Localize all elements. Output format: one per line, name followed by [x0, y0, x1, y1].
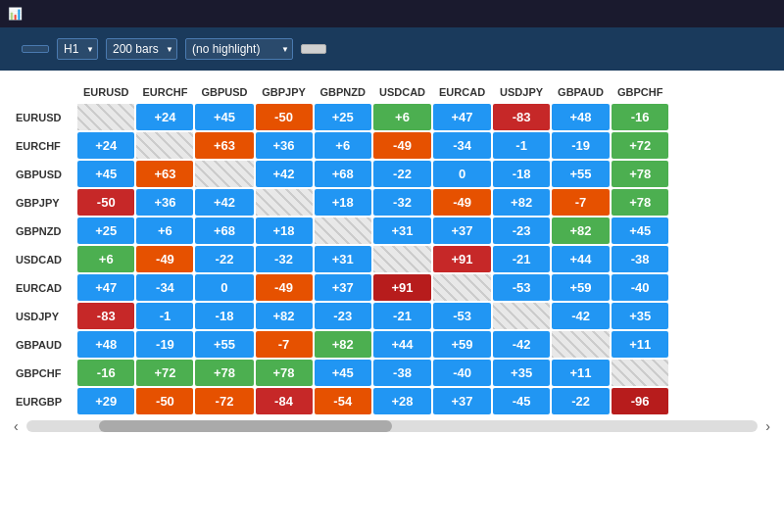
cell-usdcad-3: -32: [256, 246, 313, 272]
table-row: GBPUSD+45+63+42+68-220-18+55+78: [12, 161, 668, 187]
cell-gbpjpy-2: +42: [195, 189, 253, 216]
column-header-gbpusd: GBPUSD: [195, 82, 253, 102]
cell-usdcad-5: [373, 246, 431, 272]
table-row: EURCAD+47-340-49+37+91-53+59-40: [12, 274, 668, 301]
cell-eurchf-0: +24: [77, 132, 134, 159]
cell-eurusd-7: -83: [493, 104, 550, 130]
table-row: USDJPY-83-1-18+82-23-21-53-42+35: [12, 303, 668, 329]
cell-eurusd-2: +45: [195, 104, 253, 130]
timeframe-select[interactable]: H1: [57, 38, 98, 60]
app-icon: 📊: [8, 7, 23, 21]
cell-usdcad-0: +6: [77, 246, 134, 272]
cell-gbpjpy-5: -32: [373, 189, 431, 216]
cell-gbpusd-2: [195, 161, 253, 187]
cell-usdcad-8: +44: [552, 246, 610, 272]
scroll-track[interactable]: [26, 420, 759, 432]
cell-eurusd-1: +24: [136, 104, 193, 130]
matrix-container[interactable]: EURUSDEURCHFGBPUSDGBPJPYGBPNZDUSDCADEURC…: [10, 80, 774, 522]
cell-usdjpy-1: -1: [136, 303, 193, 329]
cell-gbpchf-5: -38: [373, 360, 431, 386]
cell-eurcad-4: +37: [315, 274, 371, 301]
cell-eurchf-7: -1: [493, 132, 550, 159]
settings-button[interactable]: [22, 45, 49, 53]
cell-gbpusd-9: +78: [612, 161, 668, 187]
table-row: USDCAD+6-49-22-32+31+91-21+44-38: [12, 246, 668, 272]
cell-eurchf-6: -34: [433, 132, 491, 159]
cell-gbpaud-7: -42: [493, 331, 550, 358]
cell-gbpjpy-9: +78: [612, 189, 668, 216]
toolbar: H1 200 bars (no highlight): [0, 27, 784, 71]
bars-select[interactable]: 200 bars: [106, 38, 177, 60]
cell-eurcad-2: 0: [195, 274, 253, 301]
column-header-eurchf: EURCHF: [136, 82, 193, 102]
cell-gbpchf-9: [612, 360, 668, 386]
cell-eurgbp-6: +37: [433, 388, 491, 414]
cell-gbpaud-0: +48: [77, 331, 134, 358]
table-row: GBPJPY-50+36+42+18-32-49+82-7+78: [12, 189, 668, 216]
cell-usdjpy-8: -42: [552, 303, 610, 329]
scroll-left-arrow[interactable]: ‹: [10, 418, 23, 434]
cell-usdjpy-7: [493, 303, 550, 329]
column-header-gbpnzd: GBPNZD: [315, 82, 371, 102]
cell-usdjpy-9: +35: [612, 303, 668, 329]
trade-list-button[interactable]: [301, 44, 326, 54]
cell-gbpchf-6: -40: [433, 360, 491, 386]
column-header-gbpaud: GBPAUD: [552, 82, 610, 102]
cell-usdcad-2: -22: [195, 246, 253, 272]
cell-gbpaud-1: -19: [136, 331, 193, 358]
cell-eurchf-8: -19: [552, 132, 610, 159]
cell-gbpusd-8: +55: [552, 161, 610, 187]
cell-gbpusd-0: +45: [77, 161, 134, 187]
cell-gbpaud-6: +59: [433, 331, 491, 358]
row-label-gbpusd: GBPUSD: [12, 161, 75, 187]
cell-gbpnzd-2: +68: [195, 218, 253, 244]
cell-gbpnzd-0: +25: [77, 218, 134, 244]
cell-gbpaud-5: +44: [373, 331, 431, 358]
cell-eurusd-8: +48: [552, 104, 610, 130]
cell-gbpusd-3: +42: [256, 161, 313, 187]
cell-eurusd-0: [77, 104, 134, 130]
cell-eurchf-1: [136, 132, 193, 159]
cell-usdcad-4: +31: [315, 246, 371, 272]
horizontal-scrollbar[interactable]: ‹ ›: [10, 416, 774, 436]
cell-gbpnzd-9: +45: [612, 218, 668, 244]
cell-gbpaud-2: +55: [195, 331, 253, 358]
cell-eurgbp-2: -72: [195, 388, 253, 414]
column-header-eurusd: EURUSD: [77, 82, 134, 102]
cell-usdjpy-6: -53: [433, 303, 491, 329]
highlight-select[interactable]: (no highlight): [185, 38, 293, 60]
cell-eurgbp-8: -22: [552, 388, 610, 414]
row-label-gbpnzd: GBPNZD: [12, 218, 75, 244]
row-label-eurgbp: EURGBP: [12, 388, 75, 414]
scroll-right-arrow[interactable]: ›: [761, 418, 774, 434]
column-header-gbpchf: GBPCHF: [612, 82, 668, 102]
cell-eurcad-3: -49: [256, 274, 313, 301]
cell-usdcad-6: +91: [433, 246, 491, 272]
cell-eurchf-4: +6: [315, 132, 371, 159]
table-row: EURCHF+24+63+36+6-49-34-1-19+72: [12, 132, 668, 159]
column-header-eurcad: EURCAD: [433, 82, 491, 102]
bars-wrapper: 200 bars: [106, 38, 177, 60]
cell-eurcad-0: +47: [77, 274, 134, 301]
column-header-gbpjpy: GBPJPY: [256, 82, 313, 102]
row-label-usdcad: USDCAD: [12, 246, 75, 272]
cell-eurusd-4: +25: [315, 104, 371, 130]
cell-gbpusd-4: +68: [315, 161, 371, 187]
cell-gbpjpy-3: [256, 189, 313, 216]
cell-gbpchf-7: +35: [493, 360, 550, 386]
cell-eurchf-9: +72: [612, 132, 668, 159]
cell-eurcad-1: -34: [136, 274, 193, 301]
row-label-gbpchf: GBPCHF: [12, 360, 75, 386]
row-label-eurusd: EURUSD: [12, 104, 75, 130]
cell-eurcad-6: [433, 274, 491, 301]
cell-gbpaud-3: -7: [256, 331, 313, 358]
column-headers: EURUSDEURCHFGBPUSDGBPJPYGBPNZDUSDCADEURC…: [12, 82, 668, 102]
cell-gbpusd-5: -22: [373, 161, 431, 187]
cell-gbpjpy-7: +82: [493, 189, 550, 216]
row-label-eurcad: EURCAD: [12, 274, 75, 301]
cell-gbpusd-1: +63: [136, 161, 193, 187]
cell-gbpjpy-6: -49: [433, 189, 491, 216]
cell-eurusd-9: -16: [612, 104, 668, 130]
cell-usdjpy-3: +82: [256, 303, 313, 329]
cell-usdjpy-2: -18: [195, 303, 253, 329]
